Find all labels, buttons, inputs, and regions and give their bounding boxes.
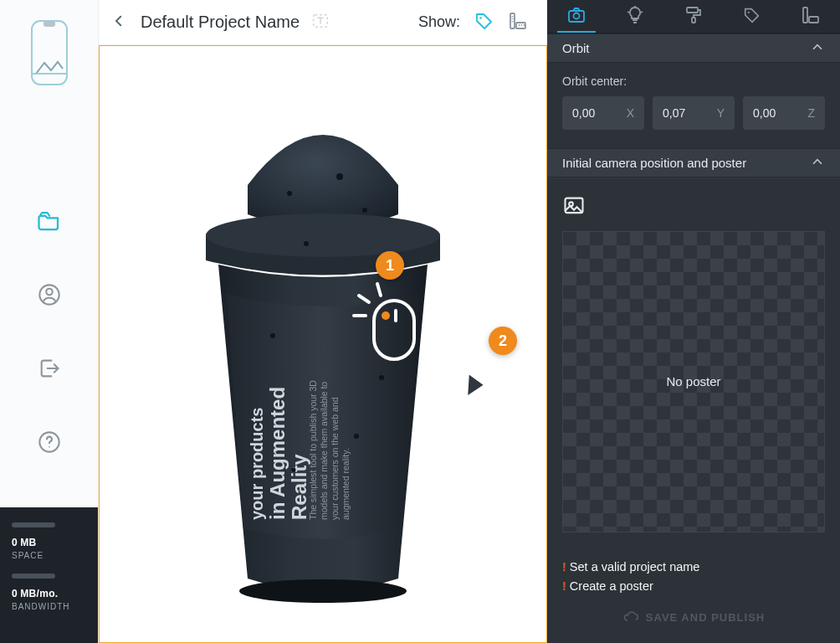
section-orbit-title: Orbit [562,41,590,55]
cloud-icon [622,608,639,627]
save-publish-button[interactable]: SAVE AND PUBLISH [562,603,825,631]
paint-roller-icon [684,5,704,28]
warning-poster-text: Create a poster [570,577,653,596]
panel-footer: !Set a valid project name !Create a post… [547,551,840,643]
help-icon [38,430,61,457]
step-badge-1: 1 [376,251,404,280]
svg-rect-39 [809,17,818,23]
edit-title-button[interactable] [311,12,330,33]
svg-point-5 [49,446,50,448]
orbit-y-axis: Y [717,106,725,120]
nav-logout[interactable] [31,352,68,388]
space-stat: 0 MB SPACE [12,536,86,562]
svg-rect-32 [394,309,397,322]
svg-rect-1 [44,21,55,27]
section-orbit-body: Orbit center: 0,00X 0,07Y 0,00Z [547,63,840,148]
warning-project-name-text: Set a valid project name [570,558,700,577]
orbit-z-axis: Z [807,106,815,120]
device-preview [29,0,69,121]
nav-account[interactable] [31,278,68,315]
workspace-header: Default Project Name Show: [99,0,547,45]
show-label: Show: [418,13,460,31]
orbit-center-label: Orbit center: [562,75,825,88]
svg-point-37 [748,11,750,13]
toggle-tags[interactable] [472,10,497,35]
warning-icon: ! [562,577,566,596]
svg-rect-36 [692,18,695,23]
capture-poster-button[interactable] [562,194,587,219]
back-button[interactable] [105,9,132,36]
canvas-wrap: your products in Augmented Reality The s… [99,45,547,643]
chevron-up-icon [810,154,825,172]
svg-point-31 [382,311,390,320]
warning-project-name: !Set a valid project name [562,558,825,577]
bandwidth-stat: 0 MB/mo. BANDWIDTH [12,587,86,613]
bw-unit: MB/mo. [20,588,58,599]
orbit-x-value: 0,00 [572,106,595,120]
tab-camera[interactable] [547,0,606,33]
workspace: Default Project Name Show: [99,0,547,643]
chevron-up-icon [810,39,825,57]
tag-icon [474,11,494,34]
properties-panel: Orbit Orbit center: 0,00X 0,07Y 0,00Z In… [547,0,840,643]
bw-value: 0 [12,588,18,599]
nav-help[interactable] [31,425,68,462]
space-label: SPACE [12,550,86,562]
svg-rect-38 [803,8,807,23]
svg-point-34 [574,13,580,18]
orbit-y-input[interactable]: 0,07Y [653,96,735,130]
tab-lighting[interactable] [606,0,664,33]
bw-label: BANDWIDTH [12,601,86,613]
text-edit-icon [311,18,330,33]
warning-icon: ! [562,558,566,577]
publish-label: SAVE AND PUBLISH [646,611,765,624]
chevron-left-icon [111,13,126,32]
warning-poster: !Create a poster [562,577,825,596]
no-poster-label: No poster [666,374,720,388]
section-orbit-header[interactable]: Orbit [547,33,840,63]
section-camera-body: No poster [547,179,840,551]
curved-arrow-icon [428,343,494,405]
svg-line-28 [359,296,369,302]
orbit-y-value: 0,07 [663,106,685,120]
sidebar-footer: 0 MB SPACE 0 MB/mo. BANDWIDTH [0,507,98,643]
user-circle-icon [38,283,61,310]
viewport[interactable]: your products in Augmented Reality The s… [99,45,547,643]
section-camera-header[interactable]: Initial camera position and poster [547,148,840,177]
section-camera-title: Initial camera position and poster [562,156,746,170]
ruler-icon [508,11,528,34]
mouse-icon [351,280,426,368]
image-icon [562,206,586,220]
sidebar-nav [0,121,98,507]
usage-bar-space [12,522,55,527]
tab-dimensions[interactable] [781,0,840,33]
toggle-dimensions[interactable] [505,10,530,35]
tag-icon [743,6,761,28]
step-badge-1-label: 1 [386,257,394,275]
poster-preview[interactable]: No poster [562,231,825,532]
tab-material[interactable] [664,0,723,33]
folder-open-icon [37,208,62,237]
orbit-x-axis: X [627,106,634,120]
phone-icon [29,18,69,90]
panel-tabs [547,0,840,33]
space-value: 0 [12,537,18,548]
warnings: !Set a valid project name !Create a post… [562,558,825,596]
space-unit: MB [20,537,36,548]
logout-icon [38,357,61,383]
tutorial-overlay: 1 2 [100,46,546,642]
camera-icon [566,5,586,28]
tab-hotspots[interactable] [723,0,781,33]
svg-rect-30 [374,301,414,359]
usage-bar-bandwidth [12,574,55,579]
ruler-icon [801,5,821,28]
orbit-z-value: 0,00 [753,106,776,120]
nav-projects[interactable] [31,204,68,241]
svg-rect-35 [687,8,698,13]
orbit-z-input[interactable]: 0,00Z [743,96,825,130]
sidebar: 0 MB SPACE 0 MB/mo. BANDWIDTH [0,0,99,643]
orbit-x-input[interactable]: 0,00X [562,96,644,130]
svg-point-7 [479,17,482,19]
step-badge-2: 2 [489,327,517,355]
project-title[interactable]: Default Project Name [141,13,300,32]
